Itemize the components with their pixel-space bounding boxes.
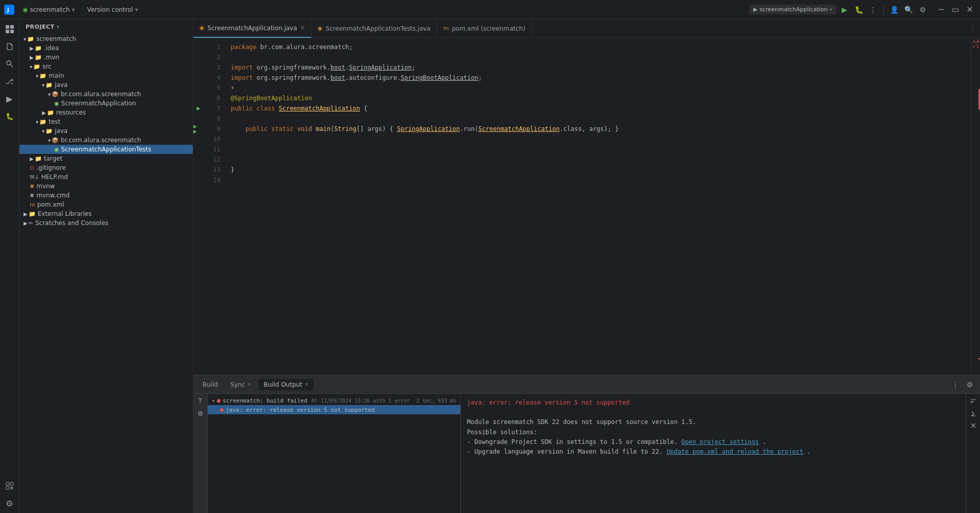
tab-pomxml[interactable]: m pom.xml (screenmatch) xyxy=(437,19,532,38)
tab-screenmatchapplicationtests[interactable]: ◉ ScreenmatchApplicationTests.java xyxy=(311,19,437,38)
tree-item-external-libs[interactable]: ▶ 📁 External Libraries xyxy=(19,209,193,218)
svg-line-7 xyxy=(10,64,13,67)
tree-item-src[interactable]: ▾ 📁 src xyxy=(19,62,193,71)
code-editor[interactable]: ▶ ▶▶ 12345 678910 11121314 package br. xyxy=(193,38,980,375)
output-line-1: java: error: release version 5 not suppo… xyxy=(467,398,960,408)
tree-item-package-main[interactable]: ▾ 📦 br.com.alura.screenmatch xyxy=(19,90,193,99)
java-icon-tests: ◉ xyxy=(54,146,59,153)
tree-item-package-test[interactable]: ▾ 📦 br.com.alura.screenmatch xyxy=(19,136,193,145)
search-everywhere-icon[interactable]: 🔍 xyxy=(902,4,915,16)
build-icon-text[interactable]: T xyxy=(195,396,206,406)
editor-area: ◉ ScreenmatchApplication.java ✕ ◉ Screen… xyxy=(193,19,980,513)
activity-project-icon[interactable] xyxy=(2,21,17,37)
tree-item-screenmatchapp[interactable]: ◉ ScreenmatchApplication xyxy=(19,99,193,108)
activity-plugins-icon[interactable] xyxy=(2,478,17,494)
activity-vcs-icon[interactable]: ⎇ xyxy=(2,74,17,89)
folder-icon-mvn: 📁 xyxy=(35,54,42,61)
tree-item-mvnwcmd[interactable]: ✖ mvnw.cmd xyxy=(19,191,193,200)
tree-item-idea[interactable]: ▶ 📁 .idea xyxy=(19,43,193,53)
tab-sync-close[interactable]: ✕ xyxy=(247,382,251,387)
activity-debug-icon[interactable]: 🐛 xyxy=(2,108,17,124)
bottom-panel-settings[interactable]: ⚙ xyxy=(964,378,976,391)
code-content[interactable]: package br.com.alura.screenmatch; import… xyxy=(227,38,971,375)
folder-icon-java-test: 📁 xyxy=(46,128,53,135)
settings-icon[interactable]: ⚙ xyxy=(917,4,929,16)
more-run-options[interactable]: ⋮ xyxy=(867,4,879,16)
menu-screenmatch[interactable]: ◉ screenmatch ▾ xyxy=(18,4,79,15)
tree-item-main[interactable]: ▾ 📁 main xyxy=(19,71,193,80)
bottom-tabs-bar: Build Sync ✕ Build Output ✕ ⋮ ⚙ xyxy=(193,375,980,394)
activity-run-icon[interactable]: ▶ xyxy=(2,91,17,106)
link-update-pom[interactable]: Update pom.xml and reload the project xyxy=(666,448,803,455)
debug-button[interactable]: 🐛 xyxy=(853,4,865,16)
tab-sync[interactable]: Sync ✕ xyxy=(225,379,256,390)
user-icon[interactable]: 👤 xyxy=(888,4,900,16)
run-button[interactable]: ▶ xyxy=(838,4,851,16)
build-icon-scroll-end[interactable] xyxy=(968,408,978,418)
error-icon-java: ● xyxy=(220,406,224,413)
build-tree-panel: ▾ ● screenmatch: build failed At 11/09/2… xyxy=(208,394,461,513)
svg-rect-10 xyxy=(6,486,9,489)
build-item-java-error[interactable]: ● java: error: release version 5 not sup… xyxy=(208,405,460,414)
tree-item-scratches[interactable]: ▶ ✏ Scratches and Consoles xyxy=(19,218,193,228)
tree-item-target[interactable]: ▶ 📁 target xyxy=(19,154,193,163)
gutter-run-icons: ▶ ▶▶ xyxy=(193,38,204,375)
tree-item-gitignore[interactable]: ⊙ .gitignore xyxy=(19,163,193,172)
svg-rect-9 xyxy=(10,482,13,485)
activity-settings-icon[interactable]: ⚙ xyxy=(2,496,17,511)
project-tree: ▾ 📁 screenmatch ▶ 📁 .idea ▶ 📁 .mvn ▾ 📁 s… xyxy=(19,34,193,513)
output-line-3: Module screenmatch SDK 22 does not suppo… xyxy=(467,417,960,427)
title-bar-right: ▶ screenmatchApplication ▾ ▶ 🐛 ⋮ 👤 🔍 ⚙ ─… xyxy=(749,4,976,16)
tree-item-screenmatchapptests[interactable]: ◉ ScreenmatchApplicationTests xyxy=(19,145,193,154)
build-output-panel[interactable]: java: error: release version 5 not suppo… xyxy=(461,394,966,513)
tab-icon-java-2: ◉ xyxy=(318,25,323,32)
run-config-selector[interactable]: ▶ screenmatchApplication ▾ xyxy=(749,5,836,14)
build-icon-filter[interactable]: ⚙ xyxy=(195,408,206,418)
title-bar: J ◉ screenmatch ▾ Version control ▾ ▶ sc… xyxy=(0,0,980,19)
folder-icon-java-main: 📁 xyxy=(46,82,53,88)
build-icon-clear[interactable] xyxy=(968,420,978,431)
package-icon-main: 📦 xyxy=(52,91,59,98)
run-config-icon: ▶ xyxy=(753,6,758,13)
build-icon-wrap[interactable] xyxy=(968,396,978,406)
folder-icon-target: 📁 xyxy=(35,155,42,162)
minimize-button[interactable]: ─ xyxy=(935,4,947,16)
activity-search-icon[interactable] xyxy=(2,56,17,72)
tree-item-helpmd[interactable]: M↓ HELP.md xyxy=(19,172,193,182)
package-icon-test: 📦 xyxy=(52,137,59,144)
tab-icon-java-1: ◉ xyxy=(199,25,205,31)
svg-point-6 xyxy=(7,61,11,65)
tab-screenmatchapplication[interactable]: ◉ ScreenmatchApplication.java ✕ xyxy=(193,19,311,38)
menu-version-control[interactable]: Version control ▾ xyxy=(83,4,142,15)
folder-icon-idea: 📁 xyxy=(35,45,42,52)
sidebar: Project ▾ ▾ 📁 screenmatch ▶ 📁 .idea ▶ 📁 … xyxy=(19,19,193,513)
arrow-target: ▶ xyxy=(30,156,34,162)
tree-item-mvnw[interactable]: ✖ mvnw xyxy=(19,182,193,191)
tree-item-mvn[interactable]: ▶ 📁 .mvn xyxy=(19,53,193,62)
svg-rect-2 xyxy=(6,25,9,29)
build-date: At 11/09/2024 13:26 with 1 error xyxy=(311,398,410,404)
tree-item-screenmatch[interactable]: ▾ 📁 screenmatch xyxy=(19,34,193,43)
activity-bar: ⎇ ▶ 🐛 ⚙ xyxy=(0,19,19,513)
tab-close-1[interactable]: ✕ xyxy=(300,25,305,31)
tree-item-resources[interactable]: ▶ 📁 resources xyxy=(19,108,193,117)
output-line-2 xyxy=(467,408,960,417)
tabs-more-button[interactable]: ⋮ xyxy=(966,25,980,32)
tree-item-java-main[interactable]: ▾ 📁 java xyxy=(19,80,193,90)
activity-files-icon[interactable] xyxy=(2,39,17,54)
tree-item-pomxml[interactable]: m pom.xml xyxy=(19,200,193,209)
tab-build[interactable]: Build xyxy=(197,379,223,390)
code-line-2 xyxy=(227,52,971,62)
tree-item-java-test[interactable]: ▾ 📁 java xyxy=(19,126,193,136)
tab-build-output[interactable]: Build Output ✕ xyxy=(258,379,314,390)
arrow-java-test: ▾ xyxy=(42,128,44,134)
restore-button[interactable]: ▭ xyxy=(949,4,962,16)
bottom-panel-more[interactable]: ⋮ xyxy=(949,378,962,391)
build-item-screenmatch[interactable]: ▾ ● screenmatch: build failed At 11/09/2… xyxy=(208,396,460,405)
tree-item-test[interactable]: ▾ 📁 test xyxy=(19,117,193,126)
build-left-icons: T ⚙ xyxy=(193,394,208,513)
link-open-project-settings[interactable]: Open project settings xyxy=(681,438,759,445)
close-button[interactable]: ✕ xyxy=(964,4,976,16)
tab-build-output-close[interactable]: ✕ xyxy=(304,382,308,387)
code-line-11 xyxy=(227,144,971,154)
